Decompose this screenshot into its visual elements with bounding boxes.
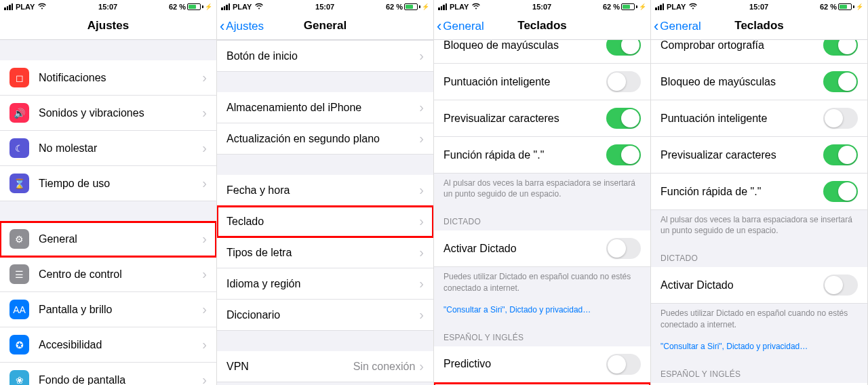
wifi-icon [688, 3, 698, 11]
toggle-switch[interactable] [606, 40, 641, 56]
row-label: Fecha y hora [226, 184, 419, 197]
battery-icon: ⚡ [404, 3, 429, 10]
battery-pct: 62 % [386, 3, 403, 11]
chevron-right-icon: › [419, 131, 424, 146]
section-header-lang: ESPAÑOL Y INGLÉS [434, 322, 650, 346]
wifi-icon [471, 3, 481, 11]
row-idioma-region[interactable]: Idioma y región› [217, 268, 433, 300]
row-almacenamiento[interactable]: Almacenamiento del iPhone› [217, 92, 433, 123]
row-label: Comprobar ortografía [660, 40, 823, 52]
carrier: PLAY [16, 3, 35, 11]
row-detail: Sin conexión [353, 361, 416, 373]
row-label: Bloqueo de mayúsculas [660, 76, 823, 88]
row-label: Función rápida de "." [443, 149, 606, 161]
row-tipos-letra[interactable]: Tipos de letra› [217, 237, 433, 268]
toggle-switch[interactable] [823, 275, 858, 296]
battery-icon: ⚡ [621, 3, 646, 10]
row-general[interactable]: ⚙General› [0, 222, 216, 257]
row-activar-dictado[interactable]: Activar Dictado [434, 230, 650, 267]
wifi-icon [254, 3, 264, 11]
row-label: Botón de inicio [226, 50, 419, 62]
row-label: Accesibilidad [39, 339, 202, 351]
row-tiempo-uso[interactable]: ⌛Tiempo de uso› [0, 166, 216, 201]
row-teclado[interactable]: Teclado› [217, 206, 433, 237]
status-bar: PLAY 15:07 62 %⚡ [434, 0, 650, 14]
row-label: Activar Dictado [443, 243, 606, 255]
toggle-switch[interactable] [823, 71, 858, 92]
row-label: Notificaciones [39, 72, 202, 84]
row-label: Fondo de pantalla [39, 374, 202, 386]
chevron-right-icon: › [202, 231, 207, 247]
chevron-right-icon: › [419, 214, 424, 229]
chevron-right-icon: › [419, 359, 424, 374]
footer-text: Al pulsar dos veces la barra espaciadora… [434, 174, 650, 206]
row-ortografia[interactable]: Comprobar ortografía [651, 40, 867, 64]
row-fecha-hora[interactable]: Fecha y hora› [217, 175, 433, 206]
row-funcion-rapida[interactable]: Función rápida de "." [651, 174, 867, 210]
teclados-list[interactable]: Comprobar ortografíaBloqueo de mayúscula… [651, 40, 867, 385]
chevron-right-icon: › [419, 48, 424, 64]
row-bloqueo-mayus[interactable]: Bloqueo de mayúsculas [651, 64, 867, 100]
toggle-switch[interactable] [606, 238, 641, 259]
toggle-switch[interactable] [823, 181, 858, 202]
notificaciones-icon: ◻ [9, 68, 29, 87]
row-previsualizar[interactable]: Previsualizar caracteres [434, 100, 650, 137]
row-vpn[interactable]: VPNSin conexión› [217, 351, 433, 382]
chevron-right-icon: › [419, 100, 424, 115]
carrier: PLAY [667, 3, 686, 11]
privacy-link[interactable]: "Consultar a Siri", Dictado y privacidad… [651, 337, 867, 359]
toggle-switch[interactable] [606, 354, 641, 375]
row-pantalla-brillo[interactable]: AAPantalla y brillo› [0, 292, 216, 327]
back-button[interactable]: ‹Ajustes [220, 19, 264, 34]
accesibilidad-icon: ✪ [9, 335, 29, 354]
chevron-left-icon: ‹ [437, 19, 441, 34]
row-accesibilidad[interactable]: ✪Accesibilidad› [0, 327, 216, 363]
row-no-molestar[interactable]: ☾No molestar› [0, 131, 216, 166]
toggle-switch[interactable] [823, 40, 858, 56]
fondo-icon: ❀ [9, 370, 29, 385]
pantalla-brillo-icon: AA [9, 300, 29, 319]
row-diccionario[interactable]: Diccionario› [217, 300, 433, 331]
privacy-link[interactable]: "Consultar a Siri", Dictado y privacidad… [434, 300, 650, 322]
row-notificaciones[interactable]: ◻Notificaciones› [0, 60, 216, 96]
row-puntuacion[interactable]: Puntuación inteligente [434, 64, 650, 100]
sonidos-icon: 🔊 [9, 103, 29, 123]
chevron-right-icon: › [202, 266, 207, 282]
status-bar: PLAY 15:07 62 % ⚡ [217, 0, 433, 14]
toggle-switch[interactable] [606, 144, 641, 165]
row-funcion-rapida[interactable]: Función rápida de "." [434, 137, 650, 174]
section-header-dictado: DICTADO [651, 243, 867, 267]
row-previsualizar[interactable]: Previsualizar caracteres [651, 137, 867, 174]
screen-ajustes: PLAY 15:07 62 % ⚡ Ajustes ◻Notificacione… [0, 0, 217, 385]
toggle-switch[interactable] [823, 144, 858, 165]
row-predictivo[interactable]: Predictivo [434, 346, 650, 383]
back-button[interactable]: ‹General [654, 19, 701, 34]
nav-bar: Ajustes [0, 14, 216, 40]
row-label: Tipos de letra [226, 247, 419, 259]
carrier: PLAY [450, 3, 469, 11]
page-title: Ajustes [87, 19, 129, 33]
toggle-switch[interactable] [606, 108, 641, 129]
toggle-switch[interactable] [823, 108, 858, 129]
row-boton-inicio[interactable]: Botón de inicio› [217, 40, 433, 72]
row-bloqueo-mayus[interactable]: Bloqueo de mayúsculas [434, 40, 650, 64]
signal-icon [4, 3, 13, 10]
carrier: PLAY [233, 3, 252, 11]
back-button[interactable]: ‹General [437, 19, 484, 34]
signal-icon [221, 3, 230, 10]
toggle-switch[interactable] [606, 71, 641, 92]
time: 15:07 [315, 3, 334, 11]
row-actualizacion-segundo[interactable]: Actualización en segundo plano› [217, 123, 433, 155]
row-activar-dictado[interactable]: Activar Dictado [651, 267, 867, 304]
chevron-right-icon: › [419, 276, 424, 291]
row-puntuacion[interactable]: Puntuación inteligente [651, 100, 867, 137]
row-sonidos[interactable]: 🔊Sonidos y vibraciones› [0, 96, 216, 131]
wifi-icon [37, 3, 47, 11]
general-list[interactable]: Botón de inicio›Almacenamiento del iPhon… [217, 40, 433, 385]
row-fondo[interactable]: ❀Fondo de pantalla› [0, 363, 216, 385]
row-label: Teclado [226, 216, 419, 228]
row-label: General [39, 233, 202, 245]
settings-list[interactable]: ◻Notificaciones›🔊Sonidos y vibraciones›☾… [0, 40, 216, 385]
row-centro-control[interactable]: ☰Centro de control› [0, 257, 216, 292]
teclados-list[interactable]: Bloqueo de mayúsculasPuntuación intelige… [434, 40, 650, 385]
